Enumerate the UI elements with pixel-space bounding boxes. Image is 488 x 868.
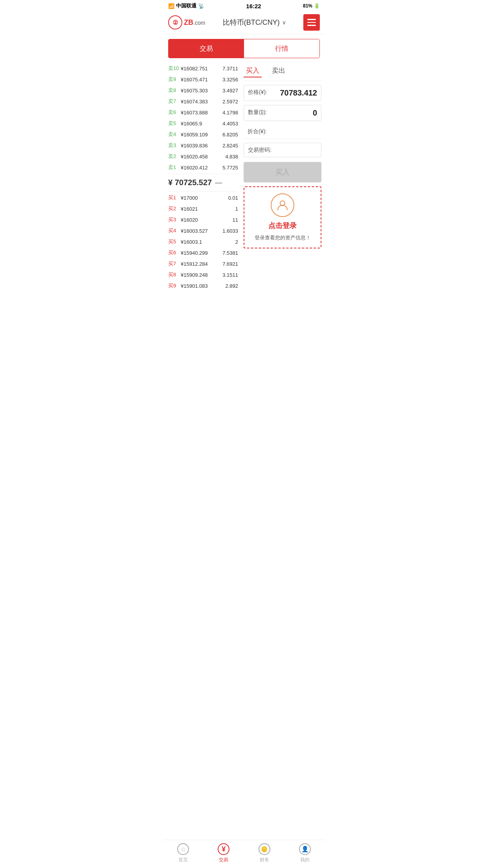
status-bar: 📶 中国联通 📡 16:22 81% 🔋	[163, 0, 325, 11]
sell-price: ¥16075.471	[181, 77, 222, 83]
sell-label: 卖7	[168, 98, 179, 105]
login-text[interactable]: 点击登录	[268, 221, 297, 230]
buy-order-row[interactable]: 买4 ¥16003.527 1.6033	[168, 225, 238, 236]
sell-price: ¥16020.458	[181, 154, 225, 160]
buy-order-row[interactable]: 买9 ¥15901.083 2.892	[168, 280, 238, 291]
buy-label: 买9	[168, 282, 179, 289]
buy-order-row[interactable]: 买5 ¥16003.1 2	[168, 236, 238, 247]
battery-icon: 🔋	[314, 3, 320, 9]
password-field[interactable]: 交易密码:	[244, 143, 321, 157]
buy-order-row[interactable]: 买2 ¥16021 1	[168, 203, 238, 214]
price-label: 价格(¥):	[248, 89, 267, 96]
sell-price: ¥16082.751	[181, 66, 222, 72]
buy-price: ¥16003.1	[181, 239, 235, 245]
sell-order-row[interactable]: 卖9 ¥16075.471 3.3256	[168, 74, 238, 85]
header-title[interactable]: 比特币(BTC/CNY) ∨	[223, 18, 286, 27]
buy-label: 买2	[168, 205, 179, 212]
buy-label: 买3	[168, 216, 179, 223]
wifi-icon: 📡	[198, 3, 204, 9]
sell-qty: 4.838	[225, 154, 238, 160]
buy-order-row[interactable]: 买7 ¥15912.284 7.6921	[168, 258, 238, 269]
buy-price: ¥16003.527	[181, 228, 222, 234]
sell-label: 卖10	[168, 65, 179, 72]
buy-price: ¥15912.284	[181, 261, 222, 267]
total-label: 折合(¥):	[244, 125, 321, 138]
buy-order-row[interactable]: 买3 ¥16020 11	[168, 214, 238, 225]
buy-qty: 3.1511	[222, 272, 238, 278]
status-time: 16:22	[246, 3, 261, 9]
order-book: 卖10 ¥16082.751 7.3711 卖9 ¥16075.471 3.32…	[163, 63, 241, 291]
sell-qty: 6.8205	[222, 132, 238, 138]
sell-order-row[interactable]: 卖1 ¥16020.412 5.7725	[168, 162, 238, 173]
sell-order-row[interactable]: 卖8 ¥16075.303 3.4927	[168, 85, 238, 96]
sell-order-row[interactable]: 卖6 ¥16073.888 4.1798	[168, 107, 238, 118]
status-left: 📶 中国联通 📡	[168, 2, 204, 9]
right-panel: 买入 卖出 价格(¥): 70783.412 数量(₿): 0 折合(¥): 交…	[241, 63, 325, 291]
qty-value: 0	[313, 108, 317, 118]
buy-price: ¥15901.083	[181, 283, 225, 289]
sell-order-row[interactable]: 卖5 ¥16065.9 4.4053	[168, 118, 238, 129]
logo-icon: ②	[168, 15, 182, 29]
buy-orders: 买1 ¥17000 0.01 买2 ¥16021 1 买3 ¥16020 11 …	[168, 192, 238, 291]
sell-price: ¥16020.412	[181, 165, 222, 171]
sell-qty: 5.7725	[222, 165, 238, 171]
sell-order-row[interactable]: 卖7 ¥16074.383 2.5972	[168, 96, 238, 107]
sell-qty: 2.5972	[222, 99, 238, 105]
buy-price: ¥15940.299	[181, 250, 222, 256]
buy-order-row[interactable]: 买1 ¥17000 0.01	[168, 192, 238, 203]
qty-label: 数量(₿):	[248, 109, 267, 116]
logo-dotcom: .com	[193, 20, 205, 26]
sell-label: 卖1	[168, 164, 179, 171]
sell-price: ¥16065.9	[181, 121, 222, 127]
carrier: 中国联通	[176, 2, 196, 9]
menu-line-2	[307, 22, 316, 23]
buy-qty: 1	[235, 206, 238, 212]
buy-price: ¥16020	[181, 217, 233, 223]
buy-button[interactable]: 买入	[244, 162, 321, 182]
buy-qty: 2	[235, 239, 238, 245]
buy-label: 买8	[168, 271, 179, 278]
signal-icon: 📶	[168, 3, 174, 9]
price-field[interactable]: 价格(¥): 70783.412	[244, 85, 321, 101]
sell-qty: 3.3256	[222, 77, 238, 83]
sell-label: 卖4	[168, 131, 179, 138]
buy-qty: 1.6033	[222, 228, 238, 234]
buy-tab[interactable]: 买入	[244, 64, 262, 77]
buy-price: ¥17000	[181, 195, 228, 201]
sell-price: ¥16059.109	[181, 132, 222, 138]
menu-button[interactable]	[303, 14, 320, 31]
buy-price: ¥15909.248	[181, 272, 222, 278]
sell-price: ¥16039.836	[181, 143, 222, 149]
sell-order-row[interactable]: 卖2 ¥16020.458 4.838	[168, 151, 238, 162]
menu-line-1	[307, 19, 316, 20]
sell-tab[interactable]: 卖出	[270, 64, 288, 77]
login-box[interactable]: 点击登录 登录查看您的资产信息！	[244, 186, 321, 248]
pair-label: 比特币(BTC/CNY)	[223, 18, 280, 27]
buy-label: 买4	[168, 227, 179, 234]
total-divider	[244, 138, 321, 139]
sell-orders: 卖10 ¥16082.751 7.3711 卖9 ¥16075.471 3.32…	[168, 63, 238, 173]
sell-qty: 2.8245	[222, 143, 238, 149]
tab-market[interactable]: 行情	[244, 39, 319, 58]
main-content: 卖10 ¥16082.751 7.3711 卖9 ¥16075.471 3.32…	[163, 63, 325, 291]
buy-label: 买1	[168, 194, 179, 201]
sell-order-row[interactable]: 卖4 ¥16059.109 6.8205	[168, 129, 238, 140]
sell-label: 卖2	[168, 153, 179, 160]
current-price-value: ¥ 70725.527	[168, 178, 212, 187]
sell-order-row[interactable]: 卖10 ¥16082.751 7.3711	[168, 63, 238, 74]
header: ② ZB.com 比特币(BTC/CNY) ∨	[163, 11, 325, 34]
sell-order-row[interactable]: 卖3 ¥16039.836 2.8245	[168, 140, 238, 151]
buy-qty: 0.01	[228, 195, 238, 201]
dropdown-arrow-icon[interactable]: ∨	[282, 19, 286, 26]
tab-trade[interactable]: 交易	[169, 39, 244, 58]
battery-percent: 81%	[303, 3, 312, 9]
sell-label: 卖6	[168, 109, 179, 116]
buy-order-row[interactable]: 买8 ¥15909.248 3.1511	[168, 269, 238, 280]
qty-field[interactable]: 数量(₿): 0	[244, 105, 321, 121]
sell-qty: 3.4927	[222, 88, 238, 94]
buy-qty: 2.892	[225, 283, 238, 289]
logo: ② ZB.com	[168, 15, 205, 29]
buy-order-row[interactable]: 买6 ¥15940.299 7.5381	[168, 247, 238, 258]
sell-qty: 4.1798	[222, 110, 238, 116]
main-tab-bar: 交易 行情	[168, 39, 320, 58]
